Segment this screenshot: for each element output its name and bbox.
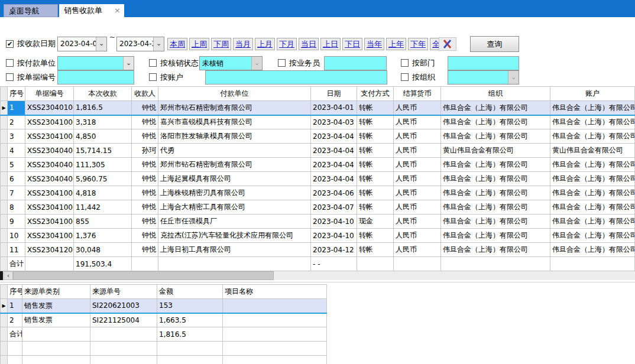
cell: 孙珂 [132, 144, 158, 158]
checkbox-account[interactable] [149, 73, 157, 81]
column-header[interactable]: 单据编号 [25, 87, 74, 101]
column-header[interactable]: 金额 [157, 285, 223, 299]
department-input[interactable] [448, 56, 519, 70]
gutter-corner [0, 271, 3, 280]
scroll-thumb[interactable] [13, 271, 274, 280]
payer-select[interactable]: ⌄ [57, 56, 134, 70]
date-to-select[interactable]: 2023-04-30 ⌄ [116, 37, 164, 51]
total-amount: 191,503.4 [74, 257, 132, 271]
cell [357, 257, 394, 271]
cell: 10 [8, 229, 25, 243]
tab-desktop-nav[interactable]: 桌面导航 [4, 4, 58, 17]
chevron-down-icon[interactable]: ⌄ [96, 37, 106, 51]
range-button[interactable]: 上年 [386, 38, 406, 50]
row-gutter [1, 172, 8, 186]
column-header[interactable]: 本次收款 [74, 87, 132, 101]
range-button[interactable]: 下年 [408, 38, 428, 50]
row-gutter [1, 313, 8, 327]
column-header[interactable]: 支付方式 [357, 87, 394, 101]
range-button[interactable]: 当月 [233, 38, 253, 50]
range-button[interactable]: 下日 [342, 38, 362, 50]
cell: 2023-04-12 [311, 243, 357, 257]
column-header[interactable]: 来源单号 [90, 285, 157, 299]
cell: 上海合大精密工具有限公司 [158, 200, 311, 214]
table-row[interactable]: 10XSS2304100061,376钟悦克拉杰(江苏)汽车轻量化技术应用有限公… [1, 229, 635, 243]
range-button[interactable]: 下周 [211, 38, 231, 50]
chevron-down-icon[interactable]: ⌄ [153, 37, 164, 51]
cell: 2023-04-01 [311, 101, 357, 115]
range-button[interactable]: 上月 [255, 38, 275, 50]
table-row[interactable]: ▶1销售发票SI220621003153 [1, 299, 327, 313]
table-row[interactable]: 7XSS2304100044,818钟悦上海株锐精密刃具有限公司2023-04-… [1, 186, 635, 200]
cell: 伟旦合金（上海）有限公司 [550, 101, 635, 115]
table-row[interactable]: 3XSS2304100024,850钟悦洛阳市胜发轴承模具有限公司2023-04… [1, 129, 635, 144]
column-header[interactable]: 日期 [311, 87, 357, 101]
table-row[interactable]: 2XSS2304100013,318钟悦嘉兴市嘉锐模具科技有限公司2023-04… [1, 115, 635, 129]
cell [223, 299, 327, 313]
scroll-left-button[interactable]: ‹ [4, 271, 13, 280]
range-button[interactable]: 当日 [299, 38, 319, 50]
cell: 上海株锐精密刃具有限公司 [158, 186, 311, 200]
range-button[interactable]: 下月 [277, 38, 297, 50]
cell: 2 [8, 115, 25, 129]
date-from-select[interactable]: 2023-04-01 ⌄ [57, 37, 107, 51]
range-button[interactable]: 上日 [320, 38, 341, 50]
checkbox-receipt-date[interactable]: ✔ [6, 40, 14, 48]
panel-divider [0, 282, 635, 282]
row-marker: ▶ [1, 299, 8, 313]
checkbox-org[interactable] [401, 73, 409, 81]
cell: 6 [8, 172, 25, 186]
row-gutter [1, 327, 8, 342]
cell [90, 342, 157, 356]
column-header[interactable]: 账户 [550, 87, 635, 101]
cell: 2023-04-04 [311, 144, 357, 158]
checkbox-department[interactable] [401, 59, 409, 67]
chevron-down-icon[interactable]: ⌄ [123, 57, 134, 70]
column-header[interactable]: 序号 [8, 87, 25, 101]
column-header[interactable]: 收款人 [132, 87, 158, 101]
customize-filter-button[interactable] [439, 37, 456, 51]
query-button[interactable]: 查询 [470, 36, 519, 52]
tab-sales-receipt[interactable]: 销售收款单 × [59, 4, 124, 17]
column-header[interactable]: 序号 [8, 285, 22, 299]
org-select[interactable]: ⌄ [448, 70, 519, 84]
table-row[interactable]: 4XSS23040400115,714.15孙珂代勇2023-04-04转帐人民… [1, 144, 635, 158]
column-header[interactable]: 来源单类别 [22, 285, 90, 299]
cell: 伟旦合金（上海）有限公司 [550, 214, 635, 229]
cell [22, 327, 90, 342]
checkbox-doc-no[interactable] [6, 73, 14, 81]
close-icon[interactable]: × [114, 4, 121, 17]
range-button[interactable]: 当年 [364, 38, 384, 50]
range-button[interactable]: 本周 [167, 38, 187, 50]
cell: 转帐 [357, 101, 394, 115]
table-row[interactable]: 8XSS23041000311,442钟悦上海合大精密工具有限公司2023-04… [1, 200, 635, 214]
account-input[interactable] [205, 70, 387, 84]
table-row[interactable]: 2销售发票SI2211250041,663.5 [1, 313, 327, 327]
table-row[interactable]: 11XSS23041200130,048钟悦上海日初工具有限公司2023-04-… [1, 243, 635, 257]
range-button[interactable]: 上周 [189, 38, 209, 50]
cell: 钟悦 [132, 115, 158, 129]
table-row[interactable]: 6XSS2304040045,960.75钟悦上海起翼模具有限公司2023-04… [1, 172, 635, 186]
column-header[interactable]: 项目名称 [223, 285, 327, 299]
column-header[interactable]: 组织 [441, 87, 550, 101]
column-header[interactable]: 付款单位 [158, 87, 311, 101]
checkbox-verify-status[interactable] [149, 59, 157, 67]
h-scrollbar[interactable]: ‹ [0, 271, 635, 280]
checkbox-salesman[interactable] [278, 59, 286, 67]
doc-no-input[interactable] [57, 70, 134, 84]
cell: 转帐 [357, 243, 394, 257]
verify-status-select[interactable]: 未核销 ⌄ [199, 56, 263, 70]
table-row[interactable]: ▶1XSS2304010011,816.5钟悦郑州市钻石精密制造有限公司2023… [1, 101, 635, 115]
checkbox-payer[interactable] [6, 59, 14, 67]
cell [223, 313, 327, 327]
cell: XSS230404004 [25, 172, 74, 186]
salesman-input[interactable] [324, 56, 387, 70]
row-gutter [1, 214, 8, 229]
table-row[interactable]: 9XSS230410005855钟悦任丘市任强模具厂2023-04-10现金人民… [1, 214, 635, 229]
row-gutter [1, 243, 8, 257]
table-row[interactable]: 5XSS230404003111,305钟悦郑州市钻石精密制造有限公司2023-… [1, 158, 635, 172]
column-header[interactable]: 结算货币 [394, 87, 441, 101]
cell: 伟旦合金（上海）有限公司 [441, 129, 550, 144]
cell: SI220621003 [90, 299, 157, 313]
cell: 人民币 [394, 172, 441, 186]
